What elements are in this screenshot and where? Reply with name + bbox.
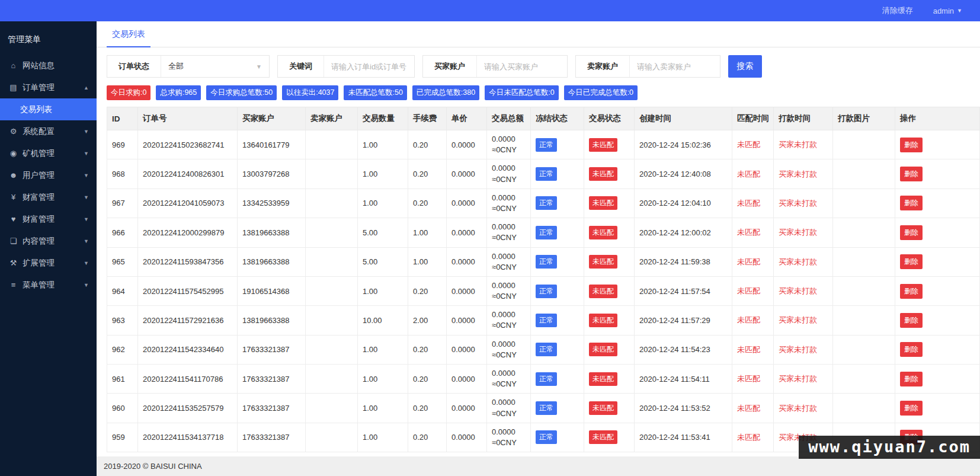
column-header: ID [107,107,138,130]
cell-trade-status: 未匹配 [584,335,635,364]
column-header: 操作 [895,107,980,130]
cell-total: 0.0000≈0CNY [487,423,531,452]
chevron-down-icon: ▼ [84,238,89,244]
cell-fee: 0.20 [408,423,447,452]
cell-freeze-status: 正常 [531,423,584,452]
sidebar-item-wealth-manage-2[interactable]: ♥财富管理▼ [0,208,97,230]
search-button[interactable]: 搜索 [728,55,762,78]
trade-status-badge: 未匹配 [589,255,617,269]
delete-button[interactable]: 删除 [900,254,923,269]
cell-fee: 0.20 [408,276,447,305]
freeze-status-badge: 正常 [536,255,557,269]
cell-price: 0.0000 [447,394,487,423]
cell-seller [306,335,358,364]
cell-match-time: 未匹配 [732,247,774,276]
footer: 2019-2020 © BAISUI CHINA [97,456,980,476]
cell-order-no: 2020122411593847356 [138,247,238,276]
cell-buyer: 13819663388 [238,218,306,247]
cell-pay-time: 买家未打款 [774,306,833,335]
sidebar-item-user-manage[interactable]: ☻用户管理▼ [0,164,97,186]
cell-price: 0.0000 [447,423,487,452]
keyword-input[interactable] [324,56,414,77]
cell-fee: 0.20 [408,394,447,423]
sidebar-item-trade-list[interactable]: 交易列表 [0,98,97,120]
cell-qty: 1.00 [358,365,408,394]
app-window: 清除缓存 admin ▼ 管理菜单 ⌂网站信息▤订单管理▲交易列表⚙系统配置▼◉… [0,0,980,476]
order-status-select[interactable]: 全部 ▼ [161,56,269,77]
cell-buyer: 13819663388 [238,306,306,335]
cell-freeze-status: 正常 [531,189,584,218]
file-icon: ❏ [8,237,19,245]
cell-id: 966 [107,218,138,247]
delete-button[interactable]: 删除 [900,372,923,386]
delete-button[interactable]: 删除 [900,167,923,181]
sidebar-item-order-manage[interactable]: ▤订单管理▲ [0,76,97,98]
clear-cache-label: 清除缓存 [882,5,913,16]
buyer-label: 买家账户 [423,56,477,77]
delete-button[interactable]: 删除 [900,284,923,299]
column-header: 交易数量 [358,107,408,130]
trade-status-badge: 未匹配 [589,430,617,444]
cell-total: 0.0000≈0CNY [487,247,531,276]
sidebar-item-extension-manage[interactable]: ⚒扩展管理▼ [0,252,97,274]
chevron-down-icon: ▼ [84,194,89,200]
miner-icon: ◉ [8,149,19,158]
user-menu[interactable]: admin ▼ [933,7,962,15]
cell-freeze-status: 正常 [531,365,584,394]
cell-match-time: 未匹配 [732,159,774,189]
cell-fee: 0.20 [408,335,447,364]
cell-trade-status: 未匹配 [584,247,635,276]
sidebar-item-wealth-manage[interactable]: ¥财富管理▼ [0,186,97,208]
tab-trade-list[interactable]: 交易列表 [107,23,150,47]
cell-freeze-status: 正常 [531,335,584,364]
table-row: 9692020122415023682741136401617791.000.2… [107,130,980,159]
clear-cache-link[interactable]: 清除缓存 [882,5,913,16]
seller-filter: 卖家账户 [575,55,720,78]
seller-input[interactable] [630,56,720,77]
delete-button[interactable]: 删除 [900,401,923,416]
tab-bar: 交易列表 [97,21,980,47]
cell-price: 0.0000 [447,218,487,247]
sidebar-item-website-info[interactable]: ⌂网站信息 [0,55,97,76]
buyer-input[interactable] [477,56,567,77]
cell-trade-status: 未匹配 [584,189,635,218]
cell-total: 0.0000≈0CNY [487,189,531,218]
cell-total: 0.0000≈0CNY [487,276,531,305]
delete-button[interactable]: 删除 [900,225,923,240]
cell-trade-status: 未匹配 [584,394,635,423]
chevron-down-icon: ▼ [84,260,89,266]
chevron-down-icon: ▼ [957,8,962,14]
table-row: 9642020122411575452995191065143681.000.2… [107,276,980,305]
sidebar-item-label: 订单管理 [23,82,55,93]
cell-freeze-status: 正常 [531,276,584,305]
cell-pay-time: 买家未打款 [774,394,833,423]
table-row: 9602020122411535257579176333213871.000.2… [107,394,980,423]
sidebar-item-menu-manage[interactable]: ≡菜单管理▼ [0,274,97,296]
cell-pay-image [833,130,895,159]
cell-order-no: 2020122411534137718 [138,423,238,452]
sidebar-item-system-config[interactable]: ⚙系统配置▼ [0,120,97,142]
delete-button[interactable]: 删除 [900,196,923,210]
cell-total: 0.0000≈0CNY [487,335,531,364]
cell-id: 960 [107,394,138,423]
delete-button[interactable]: 删除 [900,342,923,357]
sidebar-item-miner-manage[interactable]: ◉矿机管理▼ [0,142,97,164]
delete-button[interactable]: 删除 [900,138,923,152]
watermark: www.qiyuan7.com [799,436,980,459]
cell-action: 删除 [895,394,980,423]
cell-price: 0.0000 [447,247,487,276]
trade-status-badge: 未匹配 [589,343,617,356]
sidebar-item-label: 矿机管理 [23,148,55,159]
table-row: 96320201224115729216361381966338810.002.… [107,306,980,335]
cell-created-time: 2020-12-24 15:02:36 [635,130,732,159]
cell-seller [306,130,358,159]
delete-button[interactable]: 删除 [900,313,923,328]
trade-status-badge: 未匹配 [589,285,617,298]
sidebar-item-content-manage[interactable]: ❏内容管理▼ [0,230,97,252]
stat-badge: 总求购:965 [156,85,201,100]
cell-price: 0.0000 [447,335,487,364]
home-icon: ⌂ [8,61,19,70]
cell-id: 965 [107,247,138,276]
cell-seller [306,276,358,305]
cell-order-no: 2020122411542334640 [138,335,238,364]
